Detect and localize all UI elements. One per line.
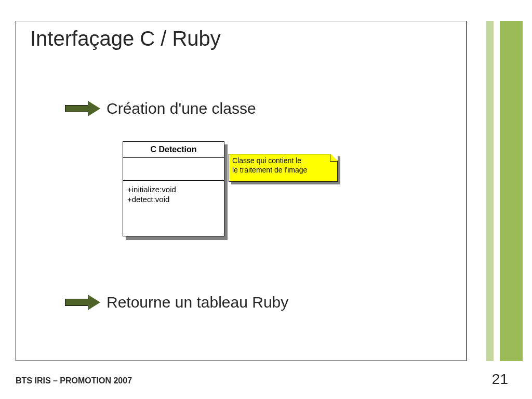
uml-class-name: C Detection <box>123 142 224 158</box>
uml-note: Classe qui contient le le traitement de … <box>229 154 338 182</box>
arrow-icon <box>65 295 102 310</box>
uml-box: C Detection +initialize:void +detect:voi… <box>123 141 224 236</box>
footer-left: BTS IRIS – PROMOTION 2007 <box>16 376 132 385</box>
slide-title: Interfaçage C / Ruby <box>30 27 221 50</box>
page-number: 21 <box>492 371 508 388</box>
bullet-returns: Retourne un tableau Ruby <box>65 294 288 311</box>
accent-strip-outer <box>500 21 523 361</box>
uml-attributes <box>123 158 224 181</box>
bullet-creation-text: Création d'une classe <box>107 100 256 117</box>
arrow-icon <box>65 101 102 116</box>
uml-class: C Detection +initialize:void +detect:voi… <box>123 141 224 236</box>
uml-op-detect: +detect:void <box>127 195 220 205</box>
note-line-1: Classe qui contient le <box>232 156 328 166</box>
uml-operations: +initialize:void +detect:void <box>123 181 224 236</box>
accent-strip-inner <box>486 21 494 361</box>
bullet-creation: Création d'une classe <box>65 100 256 117</box>
slide: Interfaçage C / Ruby Création d'une clas… <box>0 0 532 399</box>
uml-op-initialize: +initialize:void <box>127 185 220 195</box>
bullet-returns-text: Retourne un tableau Ruby <box>107 294 288 311</box>
note-line-2: le traitement de l'image <box>232 166 328 175</box>
note-body: Classe qui contient le le traitement de … <box>229 154 338 182</box>
